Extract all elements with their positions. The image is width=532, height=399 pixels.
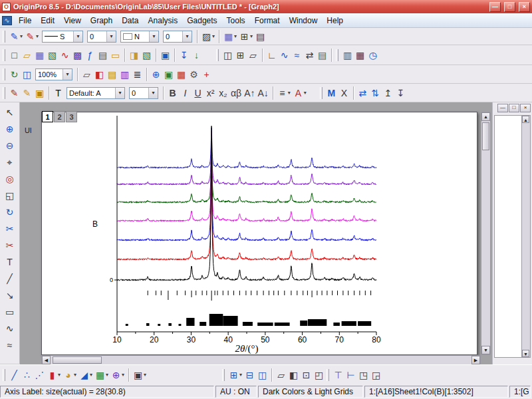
add-layer-button[interactable]: + — [200, 67, 213, 82]
horizontal-scrollbar[interactable]: ◀ ▶ — [41, 355, 481, 364]
scroll-down-icon[interactable]: ▼ — [481, 346, 490, 354]
menu-item-view[interactable]: View — [59, 15, 86, 26]
layer-tab-1[interactable]: 1 — [42, 111, 53, 122]
new-project-button[interactable]: □ — [8, 48, 21, 63]
insert-table-button[interactable]: ▦ — [354, 48, 366, 63]
merge-graphs-button[interactable]: ⊞▾ — [227, 368, 243, 382]
dropdown-arrow-icon[interactable]: ▾ — [36, 33, 39, 39]
command-window-button[interactable]: ▥ — [118, 67, 131, 82]
menu-item-gadgets[interactable]: Gadgets — [182, 15, 221, 26]
data-display-button[interactable]: ▦ — [175, 67, 188, 82]
dropdown-arrow-icon[interactable]: ▾ — [288, 90, 291, 96]
line-symbol-plot-button[interactable]: ⋰ — [33, 368, 46, 382]
template-library-button[interactable]: ▣▾ — [132, 368, 148, 382]
dropdown-arrow-icon[interactable]: ▾ — [234, 33, 237, 39]
scroll-right-icon[interactable]: ▶ — [471, 356, 480, 364]
dropdown-arrow-icon[interactable]: ▾ — [90, 372, 92, 378]
minimize-button[interactable]: — — [489, 2, 501, 12]
menu-item-window[interactable]: Window — [285, 15, 323, 26]
graph-page[interactable]: 102030405060708002θ/(°)B — [41, 112, 477, 355]
dropdown-arrow-icon[interactable]: ▾ — [239, 372, 242, 378]
mdi-restore-button[interactable]: □ — [509, 104, 519, 112]
bold-button[interactable]: B — [166, 86, 179, 100]
subscript-button[interactable]: x₂ — [217, 86, 229, 100]
fit-page-button[interactable]: ⊡ — [300, 368, 313, 382]
import-wizard-button[interactable]: ↧ — [178, 48, 190, 63]
latex-button[interactable]: X — [338, 86, 350, 100]
polyline-tool[interactable]: ∿ — [1, 321, 19, 336]
arrow-tool[interactable]: ↘ — [1, 287, 19, 303]
new-notes-button[interactable]: ▭ — [109, 48, 122, 63]
line-width-combo[interactable]: 0▾ — [87, 31, 116, 43]
timer-button[interactable]: ◷ — [366, 48, 379, 63]
font-combo[interactable]: Default: A▾ — [66, 87, 125, 99]
new-matrix-button[interactable]: ▩ — [71, 48, 84, 63]
add-legend-button[interactable]: ▤ — [316, 48, 329, 63]
format-painter-button[interactable]: ✎ — [8, 86, 21, 100]
dropdown-arrow-icon[interactable]: ▾ — [122, 372, 124, 378]
scroll-left-icon[interactable]: ◀ — [42, 356, 51, 364]
close-button[interactable]: × — [519, 2, 530, 12]
graph-magnifier-button[interactable]: ⊕ — [150, 67, 162, 82]
send-back-button[interactable]: ↧ — [394, 86, 407, 100]
dropdown-arrow-icon[interactable]: ▾ — [63, 69, 72, 80]
add-inset-button[interactable]: ◳ — [357, 368, 370, 382]
log-y-button[interactable]: ≈ — [291, 48, 303, 63]
copy-page-button[interactable]: ▱ — [80, 67, 93, 82]
fill-color-button[interactable]: ✎▾ — [24, 29, 40, 44]
curve-pattern-6[interactable] — [117, 131, 376, 185]
color-palette-button[interactable]: ▦▾ — [222, 29, 238, 44]
freehand-tool[interactable]: ≈ — [1, 337, 19, 353]
scroll-up-icon[interactable]: ▲ — [481, 112, 490, 121]
dropdown-arrow-icon[interactable]: ▾ — [182, 31, 192, 42]
duplicate-graph-button[interactable]: ▱ — [275, 368, 287, 382]
layer-management-button[interactable]: ◧ — [287, 368, 300, 382]
save-project-button[interactable]: ▣ — [159, 48, 172, 63]
curve-pattern-7[interactable] — [117, 128, 376, 168]
rescale-axes-button[interactable]: ∟ — [265, 48, 278, 63]
superscript-button[interactable]: x² — [204, 86, 217, 100]
curve-pattern-5[interactable] — [117, 138, 376, 203]
new-folder-button[interactable]: ▱ — [21, 48, 33, 63]
zoom-out-tool[interactable]: ⊖ — [1, 138, 19, 154]
data-selector-tool[interactable]: ◱ — [1, 188, 19, 203]
project-explorer-button[interactable]: ◧ — [93, 67, 106, 82]
extract-panels-button[interactable]: ⊟ — [243, 368, 256, 382]
vertical-scroll-thumb[interactable] — [482, 122, 489, 150]
column-plot-button[interactable]: ▮▾ — [46, 368, 62, 382]
snap-options-button[interactable]: ▤ — [254, 29, 267, 44]
add-right-y-axis-button[interactable]: ⊢ — [344, 368, 357, 382]
dropdown-arrow-icon[interactable]: ▾ — [74, 372, 76, 378]
dropdown-arrow-icon[interactable]: ▾ — [106, 31, 116, 42]
font-color-button[interactable]: A▾ — [292, 86, 308, 100]
menu-item-help[interactable]: Help — [322, 15, 348, 26]
dropdown-arrow-icon[interactable]: ▾ — [148, 88, 158, 98]
new-excel-button[interactable]: ▧ — [46, 48, 59, 63]
open-excel-button[interactable]: ▧ — [140, 48, 153, 63]
mdi-close-button[interactable]: × — [520, 104, 531, 112]
rectangle-tool[interactable]: ▭ — [1, 304, 19, 320]
menu-item-data[interactable]: Data — [117, 15, 143, 26]
theme-gear-button[interactable]: ⚙ — [188, 67, 200, 82]
dropdown-arrow-icon[interactable]: ▾ — [20, 33, 23, 39]
area-plot-button[interactable]: ◢▾ — [78, 368, 94, 382]
line-style-combo[interactable]: S▾ — [42, 31, 83, 43]
fit-layer-button[interactable]: ◰ — [313, 368, 325, 382]
pointer-tool[interactable]: ↖ — [1, 104, 19, 120]
extract-layers-button[interactable]: ◫ — [256, 368, 269, 382]
regional-data-selector-tool[interactable]: ✂ — [1, 221, 19, 237]
cascade-windows-button[interactable]: ▱ — [247, 48, 259, 63]
add-top-x-axis-button[interactable]: ⊤ — [332, 368, 344, 382]
menu-item-tools[interactable]: Tools — [222, 15, 250, 26]
underline-button[interactable]: U — [192, 86, 204, 100]
text-tool-button[interactable]: T — [52, 86, 65, 100]
dropdown-arrow-icon[interactable]: ▾ — [304, 90, 307, 96]
add-inset-data-button[interactable]: ◲ — [370, 368, 382, 382]
mdi-minimize-button[interactable]: — — [497, 104, 508, 112]
fill-pattern-combo[interactable]: N▾ — [120, 31, 159, 43]
import-ascii-button[interactable]: ↓ — [190, 48, 203, 63]
dropdown-arrow-icon[interactable]: ▾ — [58, 372, 61, 378]
new-graph-button[interactable]: ∿ — [59, 48, 71, 63]
apply-format-button[interactable]: ✎ — [21, 86, 33, 100]
arrange-windows-button[interactable]: ◫ — [221, 48, 234, 63]
